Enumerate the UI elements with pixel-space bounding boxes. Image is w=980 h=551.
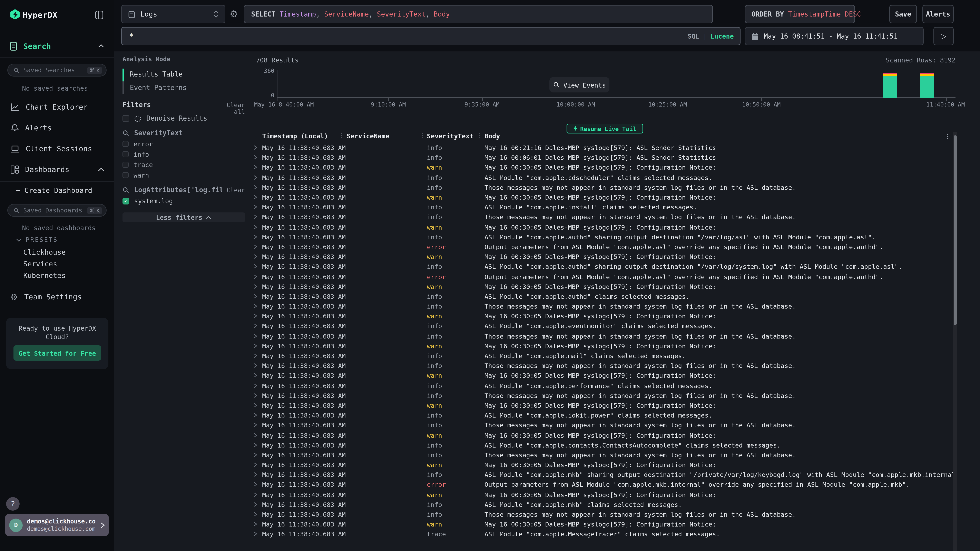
expand-chevron-icon[interactable] [253, 284, 258, 289]
log-table-row[interactable]: May 16 11:38:40.683 AM info Those messag… [249, 301, 953, 311]
expand-chevron-icon[interactable] [253, 145, 258, 150]
lucene-mode-toggle[interactable]: Lucene [711, 32, 734, 40]
sidebar-item-team-settings[interactable]: ⚙ Team Settings [10, 292, 82, 302]
histogram-bar[interactable] [920, 69, 934, 98]
search-query-input[interactable]: * SQL | Lucene [121, 27, 740, 45]
expand-chevron-icon[interactable] [253, 363, 258, 368]
log-table-row[interactable]: May 16 11:38:40.683 AM warn May 16 00:30… [249, 460, 953, 470]
expand-chevron-icon[interactable] [253, 224, 258, 229]
log-table-row[interactable]: May 16 11:38:40.683 AM info Those messag… [249, 331, 953, 341]
log-table-row[interactable]: May 16 11:38:40.683 AM warn May 16 00:30… [249, 400, 953, 410]
expand-chevron-icon[interactable] [253, 522, 258, 527]
filter-option-system-log[interactable]: ✓ system.log [123, 197, 173, 205]
expand-chevron-icon[interactable] [253, 294, 258, 299]
clear-all-button[interactable]: Clear all [213, 102, 245, 115]
sidebar-item-alerts[interactable]: Alerts [0, 119, 114, 137]
preset-clickhouse[interactable]: Clickhouse [23, 248, 66, 257]
log-table-row[interactable]: May 16 11:38:40.683 AM warn May 16 00:30… [249, 489, 953, 500]
log-table-row[interactable]: May 16 11:38:40.683 AM info ASL Module "… [249, 410, 953, 420]
expand-chevron-icon[interactable] [253, 264, 258, 269]
log-table-row[interactable]: May 16 11:38:40.683 AM info ASL Module "… [249, 321, 953, 331]
saved-dashboards-input[interactable]: Saved Dashboards ⌘ K [7, 204, 107, 217]
account-menu[interactable]: D demos@clickhouse.com demos@clickhouse.… [5, 514, 109, 536]
log-table-row[interactable]: May 16 11:38:40.683 AM warn May 16 00:30… [249, 341, 953, 351]
sidebar-item-client-sessions[interactable]: Client Sessions [0, 140, 114, 158]
presets-section-toggle[interactable]: PRESETS [16, 236, 58, 243]
order-by-input[interactable]: ORDER BY TimestampTime DESC [745, 5, 855, 23]
filter-option-warn[interactable]: warn [123, 171, 149, 179]
histogram-bar[interactable] [883, 69, 897, 98]
column-header-timestamp[interactable]: Timestamp (Local) [262, 132, 328, 140]
expand-chevron-icon[interactable] [253, 195, 258, 200]
expand-chevron-icon[interactable] [253, 304, 258, 308]
sql-mode-toggle[interactable]: SQL [687, 32, 699, 40]
checkbox[interactable] [123, 172, 129, 178]
denoise-filter-row[interactable]: Denoise Results [123, 114, 207, 122]
source-settings-gear-icon[interactable]: ⚙ [230, 9, 238, 20]
log-table-row[interactable]: May 16 11:38:40.683 AM info ASL Module "… [249, 291, 953, 301]
expand-chevron-icon[interactable] [253, 373, 258, 378]
expand-chevron-icon[interactable] [253, 314, 258, 319]
log-table-row[interactable]: May 16 11:38:40.683 AM info Those messag… [249, 450, 953, 460]
preset-services[interactable]: Services [23, 260, 57, 268]
column-header-severitytext[interactable]: SeverityText [427, 132, 474, 140]
expand-chevron-icon[interactable] [253, 422, 258, 427]
filter-option-info[interactable]: info [123, 151, 149, 158]
date-range-picker[interactable]: May 16 08:41:51 - May 16 11:41:51 [745, 27, 924, 45]
log-table-row[interactable]: May 16 11:38:40.683 AM info ASL Module "… [249, 499, 953, 510]
source-select[interactable]: Logs [121, 5, 225, 23]
log-table-row[interactable]: May 16 11:38:40.683 AM error Output para… [249, 272, 953, 281]
log-table-row[interactable]: May 16 11:38:40.683 AM info Those messag… [249, 212, 953, 222]
column-resize-handle[interactable]: ⋮ [339, 132, 344, 138]
log-table-row[interactable]: May 16 11:38:40.683 AM warn May 16 00:30… [249, 519, 953, 529]
checkbox[interactable] [123, 141, 129, 147]
log-table-row[interactable]: May 16 11:38:40.683 AM warn May 16 00:30… [249, 281, 953, 291]
log-table-row[interactable]: May 16 11:38:40.683 AM warn May 16 00:30… [249, 311, 953, 321]
filter-option-trace[interactable]: trace [123, 161, 153, 168]
log-table-row[interactable]: May 16 11:38:40.683 AM info ASL Module "… [249, 232, 953, 242]
checkbox[interactable] [123, 162, 129, 168]
log-table-row[interactable]: May 16 11:38:40.683 AM error Output para… [249, 480, 953, 489]
expand-chevron-icon[interactable] [253, 165, 258, 170]
expand-chevron-icon[interactable] [253, 462, 258, 467]
mode-event-patterns[interactable]: Event Patterns [130, 84, 187, 92]
expand-chevron-icon[interactable] [253, 274, 258, 279]
expand-chevron-icon[interactable] [253, 442, 258, 447]
create-dashboard-button[interactable]: + Create Dashboard [16, 186, 92, 195]
expand-chevron-icon[interactable] [253, 214, 258, 219]
log-table-row[interactable]: May 16 11:38:40.683 AM warn May 16 00:30… [249, 430, 953, 440]
expand-chevron-icon[interactable] [253, 205, 258, 210]
log-table-row[interactable]: May 16 11:38:40.683 AM info Those messag… [249, 182, 953, 192]
filter-option-error[interactable]: error [123, 140, 153, 148]
mode-results-table[interactable]: Results Table [130, 70, 183, 78]
checkbox-checked[interactable]: ✓ [123, 197, 129, 204]
expand-chevron-icon[interactable] [253, 393, 258, 398]
log-table-row[interactable]: May 16 11:38:40.683 AM info ASL Module "… [249, 351, 953, 361]
log-table-row[interactable]: May 16 11:38:40.683 AM info Those messag… [249, 360, 953, 371]
log-table-row[interactable]: May 16 11:38:40.683 AM info May 16 00:06… [249, 152, 953, 163]
expand-chevron-icon[interactable] [253, 383, 258, 388]
expand-chevron-icon[interactable] [253, 433, 258, 438]
expand-chevron-icon[interactable] [253, 453, 258, 457]
log-table-row[interactable]: May 16 11:38:40.683 AM warn May 16 00:30… [249, 162, 953, 172]
collapse-sidebar-button[interactable] [95, 10, 103, 20]
log-table-row[interactable]: May 16 11:38:40.683 AM info ASL Module "… [249, 202, 953, 212]
save-button[interactable]: Save [889, 5, 917, 23]
expand-chevron-icon[interactable] [253, 532, 258, 537]
alerts-button[interactable]: Alerts [923, 5, 954, 23]
expand-chevron-icon[interactable] [253, 413, 258, 418]
log-table-row[interactable]: May 16 11:38:40.683 AM warn May 16 00:30… [249, 252, 953, 262]
get-started-button[interactable]: Get Started for Free [13, 345, 101, 360]
view-events-button[interactable]: View Events [549, 77, 609, 92]
log-table-row[interactable]: May 16 11:38:40.683 AM trace ASL Module … [249, 529, 953, 539]
select-query-input[interactable]: SELECT Timestamp, ServiceName, SeverityT… [244, 5, 713, 23]
log-table-row[interactable]: May 16 11:38:40.683 AM info Those messag… [249, 391, 953, 400]
expand-chevron-icon[interactable] [253, 492, 258, 497]
column-resize-handle[interactable]: ⋮ [420, 132, 425, 138]
checkbox[interactable] [123, 151, 129, 157]
log-table-row[interactable]: May 16 11:38:40.683 AM error Output para… [249, 242, 953, 252]
preset-kubernetes[interactable]: Kubernetes [23, 271, 66, 280]
column-resize-handle[interactable]: ⋮ [477, 132, 481, 138]
sidebar-item-search[interactable]: Search [0, 35, 114, 57]
expand-chevron-icon[interactable] [253, 175, 258, 180]
